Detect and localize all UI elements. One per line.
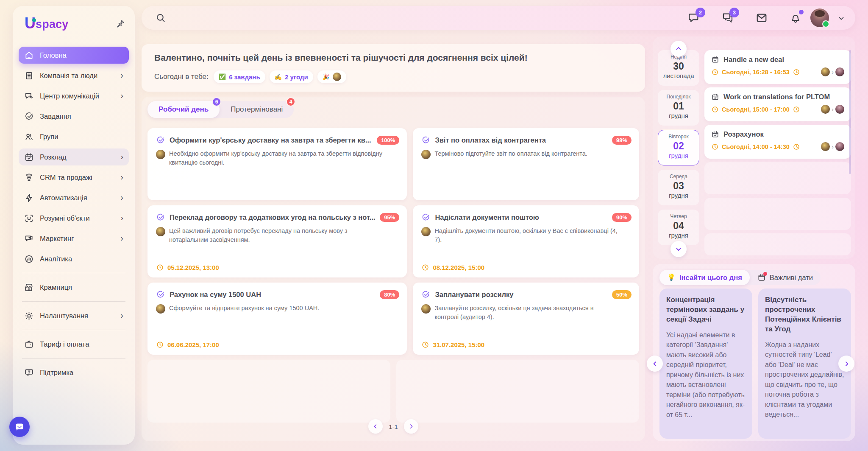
sidebar-item[interactable]: Розумні об'єкти ›: [19, 210, 129, 227]
task-card[interactable]: Переклад договору та додаткових угод на …: [147, 205, 407, 277]
building-icon: [24, 71, 34, 81]
header-icon-button[interactable]: 2: [687, 11, 700, 24]
badge-emoji-icon: 🎉: [323, 74, 330, 80]
profile-menu-button[interactable]: [837, 14, 846, 23]
day-list: Неділя 30 листопада Понеділок 01 грудня …: [658, 50, 699, 245]
sidebar-item-label: Крамниця: [40, 283, 72, 291]
task-card[interactable]: Рахунок на суму 1500 UAH 80% Сформуйте т…: [147, 283, 407, 355]
chevron-up-icon: [675, 45, 682, 53]
day-card[interactable]: Середа 03 грудня: [658, 170, 699, 205]
pagination: 1-1: [142, 419, 645, 434]
avatar: [835, 142, 844, 151]
month-label: грудня: [658, 112, 699, 119]
today-badge[interactable]: ✅ 6 завдань: [214, 70, 265, 83]
tab-important-dates[interactable]: Важливі дати: [750, 270, 821, 285]
shop-icon: [24, 283, 34, 292]
scroll-days-up-button[interactable]: [670, 41, 687, 57]
insights-tabs: 💡 Інсайти цього дня Важливі дати: [659, 270, 821, 285]
insight-body: Жодна з наданих сутностей типу 'Lead' аб…: [765, 340, 844, 420]
insights-next-button[interactable]: [838, 356, 854, 372]
task-description: Сформуйте та відправте рахунок на суму 1…: [169, 304, 319, 313]
sidebar-item[interactable]: Головна: [19, 47, 129, 64]
task-card[interactable]: Оформити кур'єрську доставку на завтра т…: [147, 128, 407, 200]
today-label: Сьогодні в тебе:: [154, 73, 209, 81]
sidebar-item[interactable]: Автоматизація ›: [19, 189, 129, 206]
sidebar-item[interactable]: Тариф і оплата: [19, 336, 129, 353]
greeting-card: Валентино, почніть цей день із впевненос…: [142, 44, 645, 92]
insight-card[interactable]: Концентрація термінових завдань у секції…: [659, 289, 752, 439]
wallet-icon: [24, 339, 34, 349]
notification-count-badge: 3: [729, 8, 739, 17]
task-card[interactable]: Звіт по оплатах від контрагента 98% Терм…: [413, 128, 639, 200]
avatar: [835, 67, 844, 76]
insights-prev-button[interactable]: [647, 356, 663, 372]
tab-label: Інсайти цього дня: [679, 274, 742, 282]
schedule-scrollbar[interactable]: [849, 50, 851, 174]
online-status-dot: [822, 20, 829, 28]
sidebar-item[interactable]: Компанія та люди ›: [19, 67, 129, 84]
day-card[interactable]: Вівторок 02 грудня: [658, 130, 699, 165]
header-icon-button[interactable]: [789, 11, 802, 24]
sidebar-item[interactable]: Підтримка: [19, 364, 129, 381]
sidebar-item[interactable]: Розклад ›: [19, 148, 129, 165]
today-badge[interactable]: ✍️ 2 угоди: [270, 70, 313, 83]
support-chat-button[interactable]: [9, 417, 30, 437]
task-card[interactable]: Запланувати розсилку 50% Заплануйте розс…: [413, 283, 639, 355]
user-avatar[interactable]: [810, 8, 829, 27]
avatar: [156, 304, 165, 314]
event-participants: ›: [821, 67, 844, 76]
tab-insights[interactable]: 💡 Інсайти цього дня: [659, 270, 750, 285]
page-indicator: 1-1: [389, 423, 398, 430]
day-number: 04: [658, 220, 699, 232]
scroll-days-down-button[interactable]: [670, 241, 687, 257]
sidebar-item-label: CRM та продажі: [40, 174, 92, 182]
event-time: Сьогодні, 15:00 - 17:00: [722, 106, 790, 113]
empty-event-slot: [704, 162, 851, 194]
chevron-right-icon: ›: [120, 71, 123, 79]
event-card[interactable]: Work on translations for PLTOM Сьогодні,…: [704, 87, 851, 121]
task-tab[interactable]: Робочий день 6: [147, 101, 220, 118]
event-card[interactable]: Handle a new deal Сьогодні, 16:28 - 16:5…: [704, 50, 851, 84]
sidebar-item-label: Центр комунікацій: [40, 92, 99, 100]
chevron-right-icon: ›: [120, 173, 123, 181]
uspacy-logo[interactable]: Uspacy: [25, 16, 69, 31]
chevron-right-icon: ›: [120, 213, 123, 222]
sidebar-item[interactable]: Крамниця: [19, 279, 129, 296]
weekday-label: Вівторок: [658, 134, 699, 140]
logo-letter: U: [25, 16, 36, 31]
weekday-label: Понеділок: [658, 94, 699, 100]
chevron-down-icon: [837, 14, 846, 23]
prev-page-button[interactable]: [368, 419, 383, 434]
avatar: [821, 142, 830, 151]
chevron-right-icon: ›: [832, 106, 834, 113]
clock-icon: [711, 143, 719, 151]
sidebar-item[interactable]: Налаштування ›: [19, 307, 129, 324]
avatar: [821, 105, 830, 114]
sidebar-item[interactable]: Аналітика: [19, 250, 129, 267]
task-card[interactable]: Надіслати документи поштою 90% Надішліть…: [413, 205, 639, 277]
day-card[interactable]: Понеділок 01 грудня: [658, 90, 699, 126]
notification-dot: [799, 10, 804, 14]
sidebar-item[interactable]: Центр комунікацій ›: [19, 87, 129, 104]
search-button[interactable]: [155, 12, 166, 23]
sidebar-item[interactable]: Завдання: [19, 108, 129, 125]
sidebar-item[interactable]: Групи: [19, 128, 129, 145]
next-page-button[interactable]: [404, 419, 418, 434]
header-icon-button[interactable]: [755, 11, 768, 24]
sidebar-item[interactable]: Маркетинг ›: [19, 230, 129, 247]
today-badge[interactable]: 🎉: [317, 70, 346, 83]
sidebar-item-label: Розумні об'єкти: [40, 214, 90, 222]
mail-icon: [755, 11, 768, 24]
crm-icon: [24, 173, 34, 182]
event-card[interactable]: Розрахунок Сьогодні, 14:00 - 14:30 ›: [704, 125, 851, 159]
tab-label: Робочий день: [159, 105, 209, 113]
sidebar-item[interactable]: CRM та продажі ›: [19, 169, 129, 186]
insight-card[interactable]: Відсутність прострочених Потенційних Клі…: [758, 289, 851, 439]
task-progress-badge: 95%: [380, 213, 399, 222]
task-tab[interactable]: Протерміновані 4: [220, 101, 294, 118]
day-card[interactable]: Четвер 04 грудня: [658, 210, 699, 245]
pin-sidebar-button[interactable]: [115, 19, 125, 29]
avatar: [421, 304, 431, 314]
avatar: [333, 73, 341, 81]
header-icon-button[interactable]: 3: [721, 11, 734, 24]
